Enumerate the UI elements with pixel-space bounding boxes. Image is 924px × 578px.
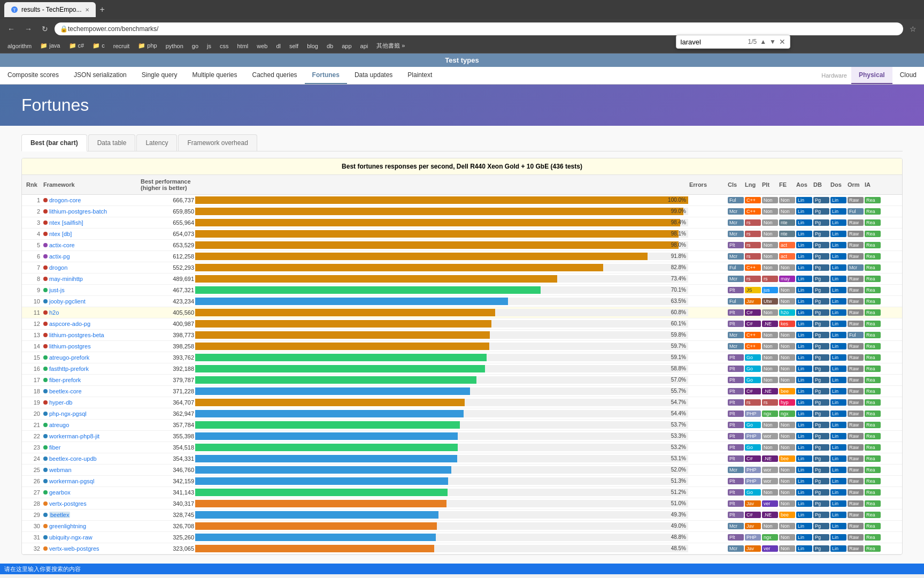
row-lng: PHP [745,534,761,541]
row-framework[interactable]: fiber [43,444,140,451]
row-framework[interactable]: actix-core [43,242,140,248]
row-framework[interactable]: lithium-postgres-batch [43,208,140,215]
row-rank: 26 [26,478,42,484]
row-framework[interactable]: vertx-postgres [43,500,140,507]
tab-composite[interactable]: Composite scores [0,67,66,84]
row-framework[interactable]: fiber-prefork [43,377,140,383]
row-aos: Lin [796,208,812,215]
tab-data-updates[interactable]: Data updates [347,67,400,84]
row-rank: 9 [26,287,42,293]
row-bar-container: 53.2% [195,444,688,451]
row-framework[interactable]: fasthttp-prefork [43,366,140,372]
row-pct: 100.0% [668,196,686,204]
row-framework[interactable]: greenlightning [43,523,140,529]
row-framework[interactable]: atreugo-prefork [43,354,140,361]
row-framework[interactable]: actix-pg [43,253,140,260]
col-aos: Aos [796,181,812,188]
view-tab-latency[interactable]: Latency [136,134,177,151]
row-framework[interactable]: drogon [43,264,140,271]
row-db: Pg [813,444,829,451]
row-framework[interactable]: may-minihttp [43,276,140,282]
bookmark-algorithm[interactable]: algorithm [4,42,35,50]
row-framework[interactable]: ntex [sailfish] [43,219,140,226]
row-framework[interactable]: just-js [43,287,140,293]
row-db: Pg [813,208,829,215]
framework-color-dot [43,232,48,236]
bookmark-other[interactable]: 其他書籤 » [373,41,408,51]
tab-cached[interactable]: Cached queries [245,67,305,84]
row-framework[interactable]: webman [43,467,140,473]
table-row: 11 h2o 405,560 60.8% Plt C# Non h2o Lin … [22,307,902,318]
row-framework[interactable]: ubiquity-ngx-raw [43,534,140,541]
bookmark-dl[interactable]: dl [273,42,284,50]
row-framework[interactable]: php-ngx-pgsql [43,410,140,417]
view-tab-overhead[interactable]: Framework overhead [178,134,257,151]
framework-name-text: fiber-prefork [49,377,81,383]
framework-color-dot [43,220,48,225]
row-orm: Raw [848,276,864,282]
row-framework[interactable]: beetlex [43,512,140,518]
row-framework[interactable]: hyper-db [43,399,140,406]
row-orm: Raw [848,343,864,349]
bookmark-recruit[interactable]: recruit [110,42,133,50]
tab-single[interactable]: Single query [134,67,185,84]
row-framework[interactable]: gearbox [43,489,140,496]
bookmark-db[interactable]: db [324,42,336,50]
bookmark-java[interactable]: 📁 java [37,41,63,50]
search-close-btn[interactable]: ✕ [779,37,786,46]
bookmark-api[interactable]: api [357,42,372,50]
tab-multiple[interactable]: Multiple queries [184,67,244,84]
tab-close-btn[interactable]: ✕ [85,7,89,13]
tab-json[interactable]: JSON serialization [66,67,134,84]
framework-color-dot [43,501,48,506]
new-tab-btn[interactable]: + [100,5,105,14]
row-framework[interactable]: atreugo [43,422,140,428]
tab-fortunes[interactable]: Fortunes [305,67,347,84]
tab-cloud[interactable]: Cloud [892,67,924,84]
search-next-btn[interactable]: ▼ [769,38,776,45]
bookmark-php[interactable]: 📁 php [135,41,160,50]
forward-btn[interactable]: → [21,24,35,34]
search-input[interactable] [681,38,745,46]
row-cls: Plt [728,455,744,462]
search-prev-btn[interactable]: ▲ [760,38,766,45]
bookmark-app[interactable]: app [338,42,355,50]
bookmark-web[interactable]: web [253,42,271,50]
bookmark-css[interactable]: css [217,42,232,50]
row-ia: Rea [865,410,881,417]
row-db: Pg [813,264,829,271]
bookmark-csharp[interactable]: 📁 c# [66,41,88,50]
row-ia: Rea [865,377,881,383]
bookmark-btn[interactable]: ☆ [906,24,920,34]
row-framework[interactable]: drogon-core [43,197,140,203]
bookmark-go[interactable]: go [189,42,202,50]
browser-tab[interactable]: T results - TechEmpo... ✕ [4,2,96,17]
row-framework[interactable]: workerman-pgsql [43,478,140,484]
row-lng: Go [745,377,761,383]
row-framework[interactable]: vertx-web-postgres [43,545,140,552]
row-framework[interactable]: aspcore-ado-pg [43,321,140,327]
bookmark-self[interactable]: self [286,42,302,50]
bookmark-blog[interactable]: blog [304,42,321,50]
back-btn[interactable]: ← [4,24,18,34]
address-bar[interactable]: 🔒 techempower.com/benchmarks/ [55,22,903,35]
tab-physical[interactable]: Physical [851,67,892,84]
row-framework[interactable]: beetlex-core [43,388,140,394]
bookmark-js[interactable]: js [204,42,214,50]
view-tab-best[interactable]: Best (bar chart) [21,134,87,151]
row-framework[interactable]: jooby-pgclient [43,298,140,305]
bookmark-python[interactable]: python [163,42,187,50]
row-framework[interactable]: h2o [43,309,140,316]
row-framework[interactable]: lithium-postgres-beta [43,332,140,338]
tab-plaintext[interactable]: Plaintext [400,67,440,84]
reload-btn[interactable]: ↻ [38,24,51,34]
view-tab-data[interactable]: Data table [88,134,136,151]
row-framework[interactable]: ntex [db] [43,231,140,237]
row-aos: Lin [796,309,812,316]
bookmark-html[interactable]: html [234,42,251,50]
row-framework[interactable]: beetlex-core-updb [43,455,140,462]
row-framework[interactable]: lithium-postgres [43,343,140,349]
bookmark-c[interactable]: 📁 c [89,41,108,50]
row-rank: 18 [26,388,42,394]
row-framework[interactable]: workerman-php8-jit [43,433,140,439]
